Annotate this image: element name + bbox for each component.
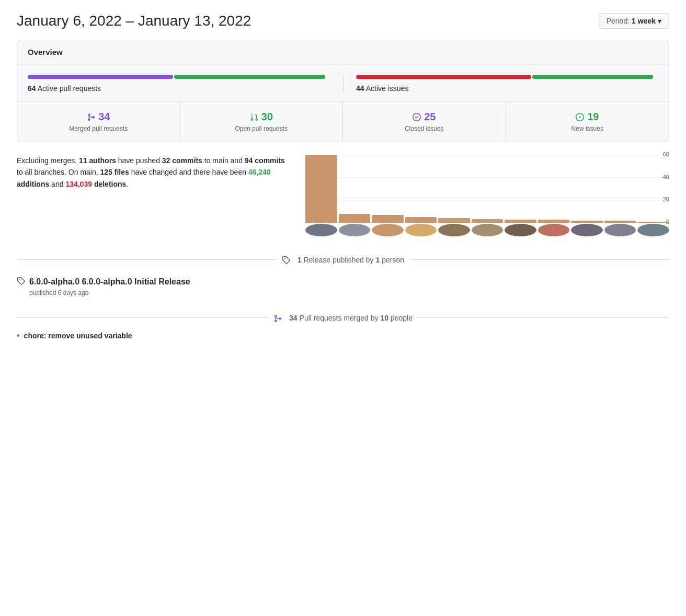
issues-count: 44	[356, 84, 364, 93]
chart-bar-7	[538, 220, 570, 223]
chart-container	[305, 155, 669, 238]
avatar-5	[472, 224, 504, 236]
files-count: 125 files	[100, 168, 129, 176]
chevron-down-icon: ▾	[658, 17, 661, 25]
commits-section: Excluding merges, 11 authors have pushed…	[17, 155, 669, 238]
pr-bar-open	[174, 75, 326, 79]
closed-issues-number: 25	[353, 111, 495, 123]
issue-bar-new	[532, 75, 653, 79]
merged-pr-desc: Merged pull requests	[28, 125, 169, 132]
pr-bullet-icon: •	[17, 331, 20, 340]
period-label: Period:	[607, 17, 630, 25]
chart-bar-10	[637, 222, 669, 223]
avatar-2	[372, 224, 404, 236]
release-title: 6.0.0-alpha.0 6.0.0-alpha.0 Initial Rele…	[17, 277, 669, 287]
issues-bar	[356, 75, 658, 79]
merge-icon	[87, 113, 95, 121]
deletions-label: deletions	[94, 180, 126, 188]
deletions-count: 134,039	[65, 180, 92, 188]
all-commits: 94 commits	[245, 156, 285, 165]
open-pr-desc: Open pull requests	[191, 125, 333, 132]
additions-label: additions	[17, 180, 49, 188]
chart-bar-3	[405, 217, 437, 223]
avatar-4	[438, 224, 470, 236]
additions-count: 46,240	[248, 168, 271, 176]
issue-new-icon	[576, 113, 584, 121]
chart-bars	[305, 155, 669, 223]
period-selector[interactable]: Period: 1 week ▾	[599, 13, 669, 29]
pr-label-text: Active pull requests	[38, 84, 101, 93]
chart-avatars	[305, 224, 669, 238]
merged-pr-number: 34	[28, 111, 169, 123]
authors-count: 11 authors	[79, 156, 116, 165]
issue-bar-closed	[356, 75, 531, 79]
closed-issues-desc: Closed issues	[353, 125, 495, 132]
tag-icon	[17, 277, 25, 287]
pull-requests-label: 64 Active pull requests	[28, 84, 330, 93]
avatar-1	[339, 224, 371, 236]
chart-bar-6	[505, 220, 536, 223]
issues-label-text: Active issues	[366, 84, 409, 93]
avatar-6	[505, 224, 536, 236]
chart-bar-4	[438, 218, 470, 223]
pr-divider: 34 Pull requests merged by 10 people	[17, 313, 669, 322]
open-pr-count: 30	[261, 111, 273, 123]
chart-bar-8	[571, 221, 603, 223]
avatar-8	[571, 224, 603, 236]
new-issues-cell: 19 New issues	[506, 101, 669, 142]
commits-chart	[305, 155, 669, 238]
release-divider: 1 Release published by 1 person	[17, 255, 669, 264]
issue-closed-icon	[413, 113, 421, 121]
chart-bar-5	[472, 219, 504, 223]
avatar-10	[637, 224, 669, 236]
release-tag-icon	[282, 255, 292, 264]
overview-stats: 64 Active pull requests 44 Active issues	[17, 64, 669, 101]
commits-text: Excluding merges, 11 authors have pushed…	[17, 155, 289, 190]
new-issues-number: 19	[517, 111, 659, 123]
release-date: published 6 days ago	[29, 289, 669, 296]
new-issues-count: 19	[587, 111, 599, 123]
chart-bar-9	[604, 221, 636, 223]
chart-bar-1	[339, 214, 371, 223]
closed-issues-cell: 25 Closed issues	[343, 101, 506, 142]
new-issues-desc: New issues	[517, 125, 659, 132]
merged-pr-cell: 34 Merged pull requests	[17, 101, 180, 142]
chart-bar-2	[372, 215, 404, 223]
issues-stat: 44 Active issues	[343, 75, 658, 93]
avatar-9	[604, 224, 636, 236]
release-name: 6.0.0-alpha.0 6.0.0-alpha.0 Initial Rele…	[29, 277, 190, 287]
avatar-7	[538, 224, 570, 236]
open-pr-cell: 30 Open pull requests	[180, 101, 344, 142]
overview-card: Overview 64 Active pull requests 44 Acti…	[17, 40, 669, 142]
pr-list-item: • chore: remove unused variable	[17, 331, 669, 340]
pr-open-icon	[250, 113, 258, 121]
overview-title: Overview	[17, 40, 669, 64]
pr-count: 64	[28, 84, 36, 93]
pr-divider-text: 34 Pull requests merged by 10 people	[289, 314, 413, 322]
closed-issues-count: 25	[424, 111, 436, 123]
release-divider-text: 1 Release published by 1 person	[298, 256, 404, 264]
pull-requests-stat: 64 Active pull requests	[28, 75, 343, 93]
page-title: January 6, 2022 – January 13, 2022	[17, 13, 251, 29]
issues-label: 44 Active issues	[356, 84, 658, 93]
period-value: 1 week	[632, 17, 656, 25]
merge-pr-icon	[273, 313, 284, 322]
chart-bar-0	[305, 155, 337, 223]
pr-bar-merged	[28, 75, 173, 79]
overview-counts: 34 Merged pull requests 30 Open pull req…	[17, 101, 669, 142]
pull-requests-bar	[28, 75, 330, 79]
release-item: 6.0.0-alpha.0 6.0.0-alpha.0 Initial Rele…	[17, 272, 669, 309]
avatar-3	[405, 224, 437, 236]
avatar-0	[305, 224, 337, 236]
main-commits: 32 commits	[162, 156, 202, 165]
merged-pr-count: 34	[98, 111, 110, 123]
open-pr-number: 30	[191, 111, 333, 123]
page-header: January 6, 2022 – January 13, 2022 Perio…	[17, 13, 669, 29]
pr-item-text: chore: remove unused variable	[24, 332, 132, 340]
